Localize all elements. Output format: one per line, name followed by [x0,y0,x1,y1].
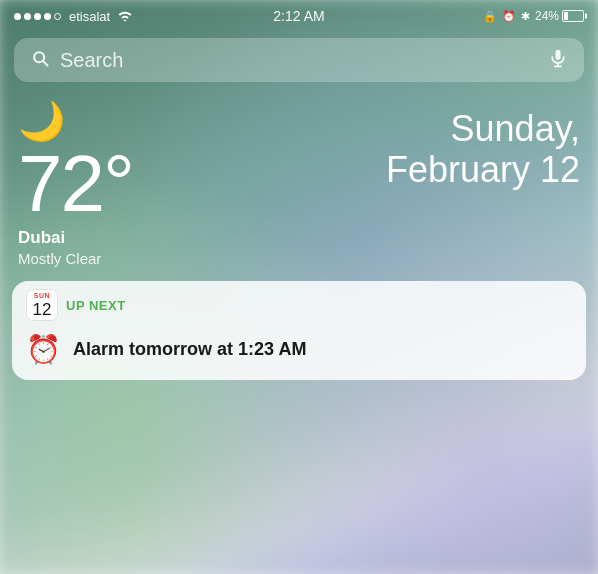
battery-percent: 24% [535,9,559,23]
battery-icon [562,10,584,22]
weather-left: 🌙 72° Dubai Mostly Clear [18,102,386,267]
card-body: ⏰ Alarm tomorrow at 1:23 AM [12,327,586,380]
notification-card[interactable]: Sun 12 UP NEXT ⏰ Alarm tomorrow at 1:23 … [12,281,586,380]
alarm-status-icon: ⏰ [502,10,516,23]
wifi-icon [117,8,133,24]
signal-dot-4 [44,13,51,20]
alarm-clock-icon: ⏰ [26,333,61,366]
status-right: 🔒 ⏰ ✱ 24% [483,9,584,23]
signal-dots [14,13,61,20]
status-left: etisalat [14,8,133,24]
alarm-text: Alarm tomorrow at 1:23 AM [73,339,306,360]
date-line1: Sunday, [451,108,580,149]
date-display: Sunday, February 12 [386,108,580,191]
card-header: Sun 12 UP NEXT [12,281,586,327]
lock-icon: 🔒 [483,10,497,23]
date-line2: February 12 [386,149,580,190]
signal-dot-2 [24,13,31,20]
up-next-label: UP NEXT [66,298,126,313]
carrier-name: etisalat [69,9,110,24]
weather-section: 🌙 72° Dubai Mostly Clear Sunday, Februar… [0,92,598,267]
search-bar[interactable]: Search [14,38,584,82]
battery-fill [564,12,568,20]
weather-condition: Mostly Clear [18,250,386,267]
status-time: 2:12 AM [273,8,324,24]
city-name: Dubai [18,228,386,248]
signal-dot-5 [54,13,61,20]
bluetooth-icon: ✱ [521,10,530,23]
microphone-icon[interactable] [548,48,568,72]
status-bar: etisalat 2:12 AM 🔒 ⏰ ✱ 24% [0,0,598,30]
weather-right: Sunday, February 12 [386,102,580,191]
search-placeholder: Search [60,49,548,72]
signal-dot-1 [14,13,21,20]
temperature: 72° [18,144,386,224]
search-icon [30,48,50,72]
svg-rect-0 [556,50,561,60]
calendar-icon: Sun 12 [26,289,58,321]
moon-icon: 🌙 [18,102,386,140]
signal-dot-3 [34,13,41,20]
battery-container: 24% [535,9,584,23]
calendar-day-number: 12 [33,301,52,318]
